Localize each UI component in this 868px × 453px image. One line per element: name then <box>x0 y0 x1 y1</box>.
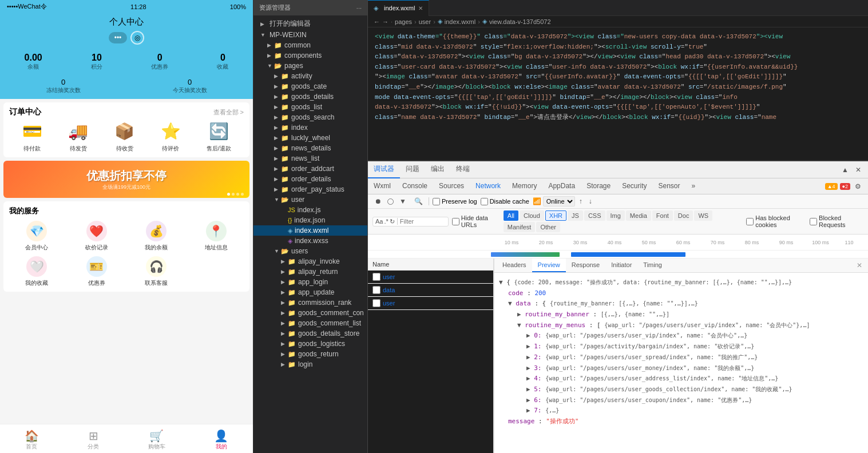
blocked-requests-checkbox[interactable] <box>810 218 817 225</box>
preview-close-button[interactable]: ✕ <box>853 261 866 269</box>
record-button[interactable]: ⏺ <box>372 196 384 206</box>
file-user-indexjson[interactable]: {} index.json <box>253 215 367 225</box>
filter-cloud[interactable]: Cloud <box>520 210 544 221</box>
view-all-link[interactable]: 查看全部 > <box>213 108 244 117</box>
filter-css[interactable]: CSS <box>584 210 605 221</box>
folder-news-list[interactable]: ▶ 📁 news_list <box>253 153 367 164</box>
settings-icon[interactable]: ⚙ <box>853 181 863 192</box>
code-editor[interactable]: <view data-theme="{{theme}}" class="data… <box>368 27 868 160</box>
menu5-expand[interactable]: ▶ <box>526 386 530 393</box>
folder-pages[interactable]: ▼ 📂 pages <box>253 61 367 71</box>
throttle-select[interactable]: Online <box>543 196 575 206</box>
folder-order-details[interactable]: ▶ 📁 order_details <box>253 174 367 184</box>
tab-index-wxml[interactable]: ◈ index.wxml ✕ <box>368 0 429 16</box>
request-checkbox-user2[interactable] <box>372 299 381 307</box>
filter-ws[interactable]: WS <box>694 210 712 221</box>
service-collection[interactable]: 🤍 我的收藏 <box>9 256 65 287</box>
folder-goods-cate[interactable]: ▶ 📁 goods_cate <box>253 81 367 92</box>
menu4-expand[interactable]: ▶ <box>526 375 530 382</box>
filter-xhr[interactable]: XHR <box>545 210 566 221</box>
folder-goods-details[interactable]: ▶ 📁 goods_details <box>253 92 367 102</box>
folder-components[interactable]: ▶ 📁 components <box>253 50 367 61</box>
tab-network[interactable]: Network <box>470 178 506 194</box>
order-pending-review[interactable]: ⭐ 待评价 <box>160 122 181 153</box>
menu0-expand[interactable]: ▶ <box>526 332 530 339</box>
folder-order-pay-status[interactable]: ▶ 📁 order_pay_status <box>253 184 367 194</box>
folder-goods-comment-con[interactable]: ▶ 📁 goods_comment_con <box>253 308 367 318</box>
nav-mine[interactable]: 👤 我的 <box>214 429 228 451</box>
service-balance[interactable]: 💰 我的余额 <box>129 221 184 252</box>
tab-sensor[interactable]: Sensor <box>653 178 686 194</box>
tab-output[interactable]: 编出 <box>425 161 450 178</box>
folder-user[interactable]: ▼ 📂 user <box>253 194 367 205</box>
more-options-icon[interactable]: ··· <box>356 5 362 11</box>
folder-app-update[interactable]: ▶ 📁 app_update <box>253 287 367 297</box>
tab-console[interactable]: Console <box>397 178 433 194</box>
filter-all[interactable]: All <box>504 210 518 221</box>
preserve-log-checkbox[interactable] <box>433 198 440 205</box>
tab-close-button[interactable]: ✕ <box>418 5 423 11</box>
tab-preview[interactable]: Preview <box>532 259 566 272</box>
order-pending-pay[interactable]: 💳 待付款 <box>22 122 42 153</box>
folder-goods-return[interactable]: ▶ 📁 goods_return <box>253 349 367 359</box>
folder-order-addcart[interactable]: ▶ 📁 order_addcart <box>253 164 367 174</box>
nav-cart[interactable]: 🛒 购物车 <box>148 429 165 451</box>
has-blocked-cookies-checkbox[interactable] <box>746 218 754 225</box>
order-pending-receive[interactable]: 📦 待收货 <box>114 122 135 153</box>
menu3-expand[interactable]: ▶ <box>526 364 530 372</box>
folder-goods-details-store[interactable]: ▶ 📁 goods_details_store <box>253 328 367 339</box>
banner-expand[interactable]: ▶ <box>517 311 521 318</box>
filter-img[interactable]: Img <box>607 210 625 221</box>
tab-appdata[interactable]: AppData <box>542 178 581 194</box>
dots-button[interactable]: ••• <box>109 32 128 43</box>
menu6-expand[interactable]: ▶ <box>526 396 530 404</box>
tab-problems[interactable]: 问题 <box>400 161 425 178</box>
file-user-indexjs[interactable]: JS index.js <box>253 205 367 215</box>
folder-users[interactable]: ▼ 📂 users <box>253 246 367 256</box>
tab-memory[interactable]: Memory <box>506 178 542 194</box>
filter-media[interactable]: Media <box>626 210 651 221</box>
request-row-user1[interactable]: user <box>368 271 493 284</box>
file-user-indexwxss[interactable]: ◈ index.wxss <box>253 236 367 246</box>
filter-toggle[interactable]: ▼ <box>397 196 409 206</box>
folder-luckly-wheel[interactable]: ▶ 📁 luckly_wheel <box>253 133 367 143</box>
service-support[interactable]: 🎧 联系客服 <box>129 256 184 287</box>
folder-login[interactable]: ▶ 📁 login <box>253 359 367 369</box>
breadcrumb-back[interactable]: ← <box>374 18 380 25</box>
search-button[interactable]: 🔍 <box>412 196 425 206</box>
folder-commission-rank[interactable]: ▶ 📁 commission_rank <box>253 297 367 308</box>
tab-more[interactable]: » <box>686 178 701 194</box>
breadcrumb-view[interactable]: view.data-v-137d5072 <box>489 18 551 25</box>
tab-response[interactable]: Response <box>566 259 606 272</box>
promo-banner[interactable]: 优惠折扣享不停 全场满199元减100元 <box>3 161 249 198</box>
filter-other[interactable]: Other <box>536 222 560 232</box>
folder-index[interactable]: ▶ 📁 index <box>253 122 367 133</box>
menu2-expand[interactable]: ▶ <box>526 353 530 361</box>
tab-initiator[interactable]: Initiator <box>605 259 637 272</box>
request-row-data[interactable]: data <box>368 284 493 297</box>
filter-doc[interactable]: Doc <box>674 210 693 221</box>
devtools-maximize[interactable]: ▲ <box>839 165 851 175</box>
request-name-user2[interactable]: user <box>383 300 395 307</box>
tab-sources[interactable]: Sources <box>433 178 470 194</box>
root-expand[interactable]: ▼ <box>499 279 503 286</box>
service-vip[interactable]: 💎 会员中心 <box>9 221 65 252</box>
folder-goods-comment-list[interactable]: ▶ 📁 goods_comment_list <box>253 318 367 328</box>
folder-news-details[interactable]: ▶ 📁 news_details <box>253 143 367 153</box>
folder-activity[interactable]: ▶ 📁 activity <box>253 71 367 81</box>
file-user-indexwxml[interactable]: ◈ index.wxml <box>253 225 367 236</box>
import-button[interactable]: ↓ <box>586 196 594 206</box>
request-name-data[interactable]: data <box>383 287 395 293</box>
tab-terminal[interactable]: 终端 <box>450 161 475 178</box>
tab-debugger[interactable]: 调试器 <box>368 161 400 178</box>
menus-expand[interactable]: ▼ <box>517 321 521 329</box>
menu1-expand[interactable]: ▶ <box>526 343 530 350</box>
breadcrumb-pages[interactable]: pages <box>395 18 412 25</box>
refresh-icon[interactable]: ↻ <box>390 218 395 225</box>
export-button[interactable]: ↑ <box>577 196 585 206</box>
service-coupon[interactable]: 🎫 优惠券 <box>69 256 125 287</box>
menu7-expand[interactable]: ▶ <box>526 407 530 414</box>
request-row-user2[interactable]: user <box>368 297 493 310</box>
tab-headers[interactable]: Headers <box>497 259 532 272</box>
order-refund[interactable]: 🔄 售后/退款 <box>207 122 231 153</box>
